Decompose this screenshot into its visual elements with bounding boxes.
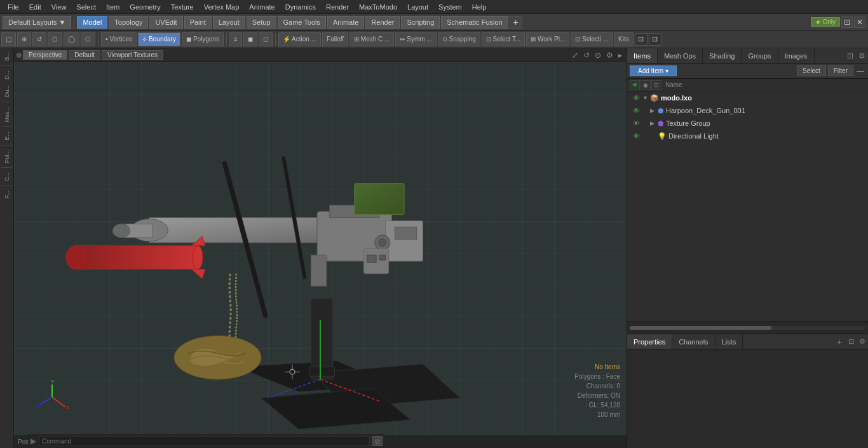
boundary-btn[interactable]: ⟡ Boundary xyxy=(138,32,180,46)
select-button[interactable]: Select xyxy=(797,65,826,76)
menu-layout[interactable]: Layout xyxy=(402,2,433,12)
menu-animate[interactable]: Animate xyxy=(244,2,280,12)
polygons-btn[interactable]: ◼ Polygons xyxy=(182,32,224,46)
menu-file[interactable]: File xyxy=(3,2,24,12)
vp-expand-icon[interactable]: ▸ xyxy=(616,51,624,60)
tab-layout[interactable]: Layout xyxy=(213,16,245,29)
vp-tab-perspective[interactable]: Perspective xyxy=(23,50,67,60)
item-arrow-texture[interactable]: ▶ xyxy=(650,120,658,126)
sidebar-item-mes[interactable]: Mes... xyxy=(3,104,11,125)
tab-model[interactable]: Model xyxy=(77,16,107,29)
menu-dynamics[interactable]: Dynamics xyxy=(280,2,321,12)
sidebar-item-pol[interactable]: Pol... xyxy=(3,147,11,166)
menu-vertex-map[interactable]: Vertex Map xyxy=(199,2,245,12)
item-vis-root[interactable]: 👁 xyxy=(630,94,642,102)
item-vis-texture[interactable]: 👁 xyxy=(630,119,642,127)
vis-render-icon[interactable]: ◉ xyxy=(641,80,651,90)
item-vis-harpoon[interactable]: 👁 xyxy=(630,107,642,114)
fullscreen-button[interactable]: ✕ xyxy=(854,17,865,28)
tab-properties[interactable]: Properties xyxy=(627,334,672,349)
vp-move-icon[interactable]: ⤢ xyxy=(570,51,580,60)
tab-paint[interactable]: Paint xyxy=(184,16,212,29)
item-row-harpoon[interactable]: 👁 ▶ ⬟ Harpoon_Deck_Gun_001 xyxy=(627,104,868,117)
cmd-go-button[interactable]: ⊙ xyxy=(372,436,383,446)
tab-mesh-ops[interactable]: Mesh Ops xyxy=(658,48,703,63)
symm-btn[interactable]: ⇔ Symm ... xyxy=(395,32,436,46)
menu-render[interactable]: Render xyxy=(321,2,354,12)
menu-system[interactable]: System xyxy=(433,2,467,12)
command-input[interactable] xyxy=(39,436,370,446)
items-tab-settings-btn[interactable]: ⚙ xyxy=(856,51,868,60)
tab-channels[interactable]: Channels xyxy=(672,334,715,349)
item-vis-light[interactable]: 👁 xyxy=(630,132,642,140)
menu-help[interactable]: Help xyxy=(467,2,492,12)
item-row-texture[interactable]: 👁 ▶ ⬟ Texture Group xyxy=(627,117,868,130)
tab-uvedit[interactable]: UVEdit xyxy=(149,16,182,29)
action-btn[interactable]: ⚡ Action ... xyxy=(278,32,321,46)
sidebar-item-du[interactable]: Du... xyxy=(3,83,11,100)
items-minus-btn[interactable]: — xyxy=(855,67,865,76)
menu-item[interactable]: Item xyxy=(101,2,125,12)
tab-render[interactable]: Render xyxy=(365,16,400,29)
vp-settings-icon[interactable]: ⚙ xyxy=(604,51,615,60)
item-row-root[interactable]: 👁 ▼ 📦 modo.lxo xyxy=(627,92,868,104)
poly-btn[interactable]: ⬡ xyxy=(81,32,95,46)
sidebar-item-e[interactable]: E... xyxy=(3,129,11,143)
mesh-c-btn[interactable]: ⊞ Mesh C ... xyxy=(349,32,394,46)
vp-camera-icon[interactable]: ⊙ xyxy=(593,51,603,60)
tab-groups[interactable]: Groups xyxy=(742,48,778,63)
maximize-btn[interactable]: ⊡ xyxy=(649,33,661,46)
vp-refresh-icon[interactable]: ↺ xyxy=(581,51,592,60)
tab-topology[interactable]: Topology xyxy=(109,16,148,29)
item-arrow-root[interactable]: ▼ xyxy=(642,95,650,101)
select-t-btn[interactable]: ⊡ Select T... xyxy=(482,32,526,46)
items-scrollbar-thumb[interactable] xyxy=(630,326,771,330)
solid-btn[interactable]: ◼ xyxy=(243,32,257,46)
tab-game-tools[interactable]: Game Tools xyxy=(278,16,327,29)
props-expand-btn[interactable]: ⊡ xyxy=(846,337,857,346)
vis-eye-icon[interactable]: 👁 xyxy=(630,80,640,90)
items-list[interactable]: 👁 ▼ 📦 modo.lxo 👁 ▶ ⬟ Harpoon_Deck_Gun_00… xyxy=(627,92,868,321)
canvas-area[interactable]: X Y Z No Items Polygons : Face Channels:… xyxy=(14,62,627,435)
vp-tab-textures[interactable]: Viewport Textures xyxy=(102,50,163,60)
items-scrollbar[interactable] xyxy=(630,326,865,330)
add-tab-button[interactable]: + xyxy=(510,16,522,29)
tab-items[interactable]: Items xyxy=(627,48,658,63)
mesh-display-btn[interactable]: ≡ xyxy=(229,32,242,46)
sidebar-item-c[interactable]: C... xyxy=(3,170,11,184)
tab-animate[interactable]: Animate xyxy=(327,16,364,29)
element-move-btn[interactable]: ⬡ xyxy=(48,32,62,46)
origin-btn[interactable]: ⊕ xyxy=(17,32,31,46)
item-arrow-harpoon[interactable]: ▶ xyxy=(650,107,658,114)
menu-texture[interactable]: Texture xyxy=(166,2,199,12)
menu-edit[interactable]: Edit xyxy=(24,2,46,12)
menu-geometry[interactable]: Geometry xyxy=(125,2,165,12)
viewport[interactable]: Perspective Default Viewport Textures ⤢ … xyxy=(14,48,627,448)
add-item-button[interactable]: Add Item ▾ xyxy=(630,65,677,76)
circle-btn[interactable]: ◯ xyxy=(64,32,79,46)
tab-scripting[interactable]: Scripting xyxy=(401,16,440,29)
sidebar-item-b[interactable]: B... xyxy=(3,50,11,64)
vertices-btn[interactable]: • Vertices xyxy=(101,32,137,46)
snapping-btn[interactable]: ⊙ Snapping xyxy=(438,32,480,46)
vp-tab-default[interactable]: Default xyxy=(69,50,100,60)
falloff-btn[interactable]: Falloff xyxy=(322,32,348,46)
sidebar-item-f[interactable]: F... xyxy=(3,188,11,201)
work-pl-btn[interactable]: ⊠ Work Pl... xyxy=(526,32,569,46)
wire-btn[interactable]: ◻ xyxy=(259,32,273,46)
tab-setup[interactable]: Setup xyxy=(247,16,276,29)
item-row-light[interactable]: 👁 💡 Directional Light xyxy=(627,130,868,142)
select-mode-btn[interactable]: ▢ xyxy=(1,32,16,46)
props-close-btn[interactable]: ⚙ xyxy=(857,337,868,346)
filter-button[interactable]: Filter xyxy=(828,65,853,76)
layout-selector[interactable]: Default Layouts ▼ xyxy=(3,16,71,29)
view-toggle-btn[interactable]: ⊡ xyxy=(635,33,648,46)
sidebar-item-d[interactable]: D... xyxy=(3,68,11,82)
menu-view[interactable]: View xyxy=(46,2,72,12)
rotation-btn[interactable]: ↺ xyxy=(32,32,46,46)
kits-btn[interactable]: Kits xyxy=(614,32,634,46)
tab-schematic-fusion[interactable]: Schematic Fusion xyxy=(441,16,508,29)
selecti-btn[interactable]: ⊡ Selecti ... xyxy=(571,32,613,46)
tab-images[interactable]: Images xyxy=(778,48,815,63)
expand-button[interactable]: ⊡ xyxy=(841,17,853,28)
